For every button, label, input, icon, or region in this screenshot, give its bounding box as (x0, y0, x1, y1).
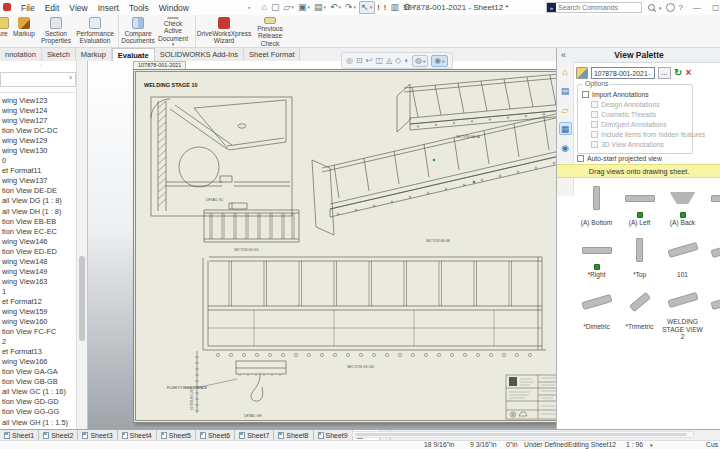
search-caret-icon[interactable]: ▾ (659, 5, 662, 11)
sheet-tab[interactable]: Sheet6 (196, 430, 235, 440)
option-checkbox[interactable]: Cosmetic Threads (591, 109, 690, 119)
search-icon[interactable] (648, 4, 655, 11)
checkbox-icon[interactable] (591, 101, 598, 108)
view-thumbnail[interactable]: *Right (575, 237, 618, 289)
tree-item[interactable]: wing View124 (0, 106, 76, 116)
new-document-icon[interactable]: ▢ (269, 3, 281, 12)
view-thumbnail[interactable]: (A) Bottom (575, 185, 618, 237)
edit-appearance-icon[interactable]: ◍ (412, 55, 428, 67)
tree-item[interactable]: et Format11 (0, 166, 76, 176)
select-cursor-icon[interactable]: ↖ (359, 1, 375, 14)
drawing-viewport[interactable]: 107878-001-2021 WELDING STAGE 10 (88, 61, 572, 429)
menu-item[interactable]: File (16, 3, 40, 13)
view-thumbnail[interactable]: 101 (661, 237, 704, 289)
view-thumbnail[interactable]: WELDING STAGE VIEW 2 (661, 289, 704, 341)
checkbox-icon[interactable] (591, 141, 598, 148)
ribbon-button[interactable]: Section Properties (37, 15, 75, 47)
tree-item[interactable]: wing View166 (0, 357, 76, 367)
view-thumbnail[interactable] (704, 237, 720, 289)
tree-item[interactable]: wing View129 (0, 136, 76, 146)
sheet-tab[interactable]: Sheet8 (274, 430, 313, 440)
tree-item[interactable]: et Format13 (0, 347, 76, 357)
home-icon[interactable]: ⌂ (260, 3, 268, 12)
command-tab[interactable]: SOLIDWORKS Add-Ins (155, 48, 244, 61)
checkbox-icon[interactable] (591, 121, 598, 128)
command-tab[interactable]: Sheet Format (244, 48, 300, 61)
user-account-icon[interactable] (666, 3, 675, 12)
autostart-checkbox[interactable]: Auto-start projected view (577, 153, 662, 163)
panel-collapse-icon[interactable]: ◦ (40, 62, 42, 68)
browse-button[interactable]: ... (658, 67, 671, 79)
sheet-tab[interactable]: Sheet4 (118, 430, 157, 440)
tree-item[interactable]: tion View EC-EC (0, 227, 76, 237)
tree-item[interactable]: 0 (0, 156, 76, 166)
option-checkbox[interactable]: DimXpert Annotations (591, 119, 690, 129)
view-thumbnail[interactable]: *Trimetric (618, 289, 661, 341)
tree-item[interactable]: tion View GD-GD (0, 397, 76, 407)
search-input[interactable] (556, 4, 641, 11)
hide-show-icon[interactable]: ◐ (404, 57, 409, 65)
menu-item[interactable]: Tools (124, 3, 154, 13)
maximize-button[interactable]: ▢ (712, 3, 720, 12)
menu-pin-icon[interactable]: ▪ (248, 4, 250, 11)
command-tab[interactable]: nnotation (0, 48, 42, 61)
tree-item[interactable]: 1 (0, 287, 76, 297)
section-view-icon[interactable]: ◫ (375, 57, 383, 65)
zoom-fit-icon[interactable]: ◎ (346, 57, 353, 65)
tree-item[interactable]: wing View127 (0, 116, 76, 126)
tree-item[interactable]: wing View149 (0, 267, 76, 277)
tree-item[interactable]: wing View163 (0, 277, 76, 287)
menu-item[interactable]: View (64, 3, 92, 13)
option-checkbox[interactable]: Design Annotations (591, 99, 690, 109)
drawing-sheet[interactable]: WELDING STAGE 10 DETAIL GC (133, 69, 568, 423)
ribbon-button[interactable]: Performance Evaluation (75, 15, 115, 47)
menu-item[interactable]: Edit (40, 3, 65, 13)
view-palette-icon[interactable]: ▦ (559, 122, 572, 135)
checkbox-icon[interactable] (582, 91, 589, 98)
sheet-tab[interactable]: Sheet5 (157, 430, 196, 440)
file-properties-icon[interactable]: ▥ (389, 3, 401, 12)
tree-item[interactable]: tion View GA-GA (0, 367, 76, 377)
sheet-tab[interactable]: Sheet1 (0, 430, 39, 440)
rebuild-icon[interactable]: ! (376, 4, 382, 12)
view-thumbnail[interactable] (704, 289, 720, 341)
sheet-tab[interactable]: Sheet7 (235, 430, 274, 440)
tree-flyout-arrow-icon[interactable]: › (69, 74, 72, 82)
zoom-area-icon[interactable]: ⊡ (356, 57, 363, 65)
tree-scrollbar-thumb[interactable] (79, 256, 85, 341)
redo-icon[interactable]: ↷ (344, 3, 358, 12)
checkbox-icon[interactable] (577, 155, 584, 162)
tree-item[interactable]: wing View146 (0, 237, 76, 247)
tree-item[interactable]: 2 (0, 337, 76, 347)
appearances-icon[interactable]: ◉ (559, 141, 572, 154)
search-box[interactable]: » (546, 2, 642, 13)
save-icon[interactable]: ▣ (296, 3, 311, 12)
view-thumbnail[interactable]: *Top (618, 237, 661, 289)
tree-item[interactable]: tion View GB-GB (0, 377, 76, 387)
status-sheet-scale[interactable]: 1 : 96 (626, 441, 643, 449)
checkbox-icon[interactable] (591, 111, 598, 118)
tree-item[interactable]: ail View GH (1 : 1.5) (0, 418, 76, 428)
tree-item[interactable]: ail View GC (1 : 16) (0, 387, 76, 397)
collapse-pane-icon[interactable]: « (557, 50, 570, 60)
ribbon-button[interactable]: Markup (11, 15, 37, 47)
ribbon-button[interactable]: DriveWorksXpress Wizard (195, 15, 249, 47)
scale-dropdown-icon[interactable]: ▾ (650, 441, 653, 449)
horizontal-scrollbar-thumb[interactable] (355, 433, 687, 436)
option-checkbox[interactable]: Include items from hidden features (591, 129, 690, 139)
home-icon[interactable]: ⌂ (559, 65, 572, 78)
sheet-tab[interactable]: Sheet3 (78, 430, 117, 440)
option-checkbox[interactable]: Import Annotations (582, 89, 690, 99)
tree-item[interactable]: wing View160 (0, 317, 76, 327)
tree-item[interactable]: wing View123 (0, 96, 76, 106)
view-thumbnail[interactable] (704, 185, 720, 237)
view-orientation-icon[interactable]: ◬ (386, 57, 392, 65)
tree-item[interactable]: wing View148 (0, 257, 76, 267)
tree-item[interactable]: ail View DG (1 : 8) (0, 196, 76, 206)
rebuild-all-icon[interactable]: ! (382, 4, 388, 12)
help-icon[interactable]: ? (679, 3, 683, 12)
tree-item[interactable]: wing View159 (0, 307, 76, 317)
view-thumbnail[interactable]: *Dimetric (575, 289, 618, 341)
view-settings-icon[interactable]: ◉ (431, 55, 447, 67)
tree-item[interactable]: wing View130 (0, 146, 76, 156)
